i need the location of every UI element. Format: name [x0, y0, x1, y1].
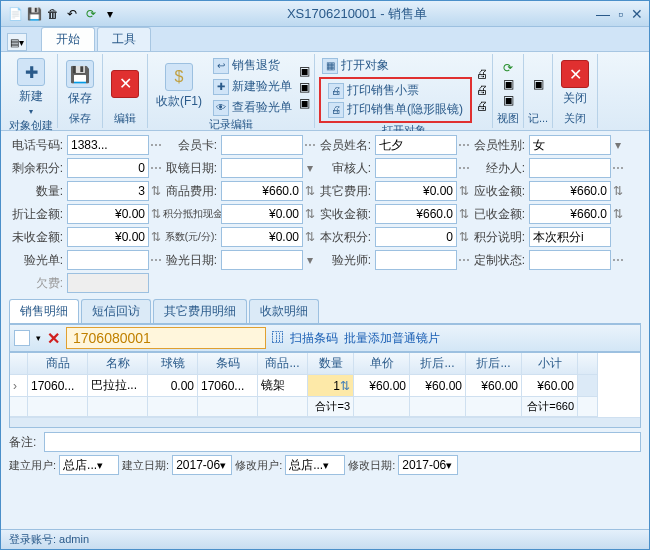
status-bar: 登录账号: admin [1, 529, 649, 549]
unpaid-input[interactable]: ¥0.00 [67, 227, 149, 247]
detail-new-button[interactable] [14, 330, 30, 346]
tab-tools[interactable]: 工具 [97, 27, 151, 51]
printer-icon-3[interactable]: 🖨 [476, 99, 488, 113]
discount-input[interactable]: ¥0.00 [67, 204, 149, 224]
modifier-select[interactable]: 总店... ▾ [285, 455, 345, 475]
modify-date-select[interactable]: 2017-06 ▾ [398, 455, 458, 475]
delete-button[interactable]: ✕ [107, 68, 143, 100]
barcode-icon: ⿲ [272, 331, 284, 345]
delete-icon[interactable]: 🗑 [45, 6, 61, 22]
other-fee-input[interactable]: ¥0.00 [375, 181, 457, 201]
handler-input[interactable] [529, 158, 611, 178]
open-object-button[interactable]: ▦打开对象 [319, 56, 472, 75]
coefficient-input[interactable]: ¥0.00 [221, 227, 303, 247]
minimize-button[interactable]: — [596, 6, 610, 22]
points-desc-input[interactable]: 本次积分i [529, 227, 611, 247]
tool-icon-3[interactable]: ▣ [299, 96, 310, 110]
points-cash-input[interactable]: ¥0.00 [221, 204, 303, 224]
sum-total: 合计=660 [522, 397, 578, 417]
sales-return-button[interactable]: ↩销售退货 [210, 56, 295, 75]
maximize-button[interactable]: ▫ [618, 6, 623, 22]
member-name-input[interactable]: 七夕 [375, 135, 457, 155]
printer-icon-2[interactable]: 🖨 [476, 83, 488, 97]
ribbon: ✚新建▾ 对象创建 💾保存 保存 ✕ 编辑 $收款(F1) ↩销售退货 ✚新建验… [1, 51, 649, 131]
tab-other-fee[interactable]: 其它费用明细 [153, 299, 247, 323]
detail-grid: 商品 名称 球镜 条码 商品... 数量 单价 折后... 折后... 小计 ›… [9, 352, 641, 428]
save-button[interactable]: 💾保存 [62, 58, 98, 109]
optometrist-input[interactable] [375, 250, 457, 270]
dropdown-icon[interactable]: ▾ [102, 6, 118, 22]
owed-input [67, 273, 149, 293]
create-date-select[interactable]: 2017-06 ▾ [172, 455, 232, 475]
due-amount-input[interactable]: ¥660.0 [529, 181, 611, 201]
tab-receipt[interactable]: 收款明细 [249, 299, 319, 323]
tool-icon-2[interactable]: ▣ [299, 80, 310, 94]
quantity-input[interactable]: 3 [67, 181, 149, 201]
print-receipt-button[interactable]: 🖨打印销售小票 [325, 81, 466, 100]
batch-add-link[interactable]: 批量添加普通镜片 [344, 330, 440, 347]
layout-toggle-button[interactable]: ▤▾ [7, 33, 27, 51]
table-row[interactable]: › 17060... 巴拉拉... 0.00 17060... 镜架 1 ⇅ ¥… [10, 375, 640, 397]
barcode-input[interactable]: 1706080001 [66, 327, 266, 349]
view-optometry-button[interactable]: 👁查看验光单 [210, 98, 295, 117]
custom-status-input[interactable] [529, 250, 611, 270]
remark-input[interactable] [44, 432, 641, 452]
window: 📄 💾 🗑 ↶ ⟳ ▾ XS1706210001 - 销售单 — ▫ ✕ ▤▾ … [0, 0, 650, 550]
new-button[interactable]: ✚新建▾ [13, 56, 49, 118]
receive-button[interactable]: $收款(F1) [152, 61, 206, 112]
this-points-input[interactable]: 0 [375, 227, 457, 247]
print-sales-button[interactable]: 🖨打印销售单(隐形眼镜) [325, 100, 466, 119]
titlebar: 📄 💾 🗑 ↶ ⟳ ▾ XS1706210001 - 销售单 — ▫ ✕ [1, 1, 649, 27]
card-input[interactable] [221, 135, 303, 155]
detail-toolbar: ▾ ✕ 1706080001 ⿲ 扫描条码 批量添加普通镜片 [9, 324, 641, 352]
view-icon-2[interactable]: ▣ [503, 77, 514, 91]
paid-amount-input[interactable]: ¥660.0 [529, 204, 611, 224]
scan-barcode-link[interactable]: 扫描条码 [290, 330, 338, 347]
remaining-points-input[interactable]: 0 [67, 158, 149, 178]
pickup-date-input[interactable] [221, 158, 303, 178]
form-area: 电话号码:1383...⋯ 会员卡:⋯ 会员姓名:七夕⋯ 会员性别:女▾ 剩余积… [1, 131, 649, 529]
ribbon-tabs: ▤▾ 开始 工具 [1, 27, 649, 51]
actual-amount-input[interactable]: ¥660.0 [375, 204, 457, 224]
app-icon: 📄 [7, 6, 23, 22]
phone-input[interactable]: 1383... [67, 135, 149, 155]
new-optometry-button[interactable]: ✚新建验光单 [210, 77, 295, 96]
close-window-button[interactable]: ✕ [631, 6, 643, 22]
sum-qty: 合计=3 [308, 397, 354, 417]
goods-fee-input[interactable]: ¥660.0 [221, 181, 303, 201]
refresh-view-icon[interactable]: ⟳ [503, 61, 514, 75]
close-button[interactable]: ✕关闭 [557, 58, 593, 109]
tab-sales-detail[interactable]: 销售明细 [9, 299, 79, 323]
tab-start[interactable]: 开始 [41, 27, 95, 51]
view-icon-3[interactable]: ▣ [503, 93, 514, 107]
horizontal-scrollbar[interactable] [10, 417, 640, 427]
creator-select[interactable]: 总店... ▾ [59, 455, 119, 475]
window-title: XS1706210001 - 销售单 [118, 5, 596, 23]
detail-delete-button[interactable]: ✕ [47, 329, 60, 348]
save-icon[interactable]: 💾 [26, 6, 42, 22]
tool-icon-1[interactable]: ▣ [299, 64, 310, 78]
detail-tabs: 销售明细 短信回访 其它费用明细 收款明细 [9, 299, 641, 324]
refresh-icon[interactable]: ⟳ [83, 6, 99, 22]
optometry-input[interactable] [67, 250, 149, 270]
tab-sms[interactable]: 短信回访 [81, 299, 151, 323]
undo-icon[interactable]: ↶ [64, 6, 80, 22]
record-icon[interactable]: ▣ [533, 77, 544, 91]
member-sex-select[interactable]: 女 [529, 135, 611, 155]
reviewer-input[interactable] [375, 158, 457, 178]
optometry-date-input[interactable] [221, 250, 303, 270]
printer-icon-1[interactable]: 🖨 [476, 67, 488, 81]
